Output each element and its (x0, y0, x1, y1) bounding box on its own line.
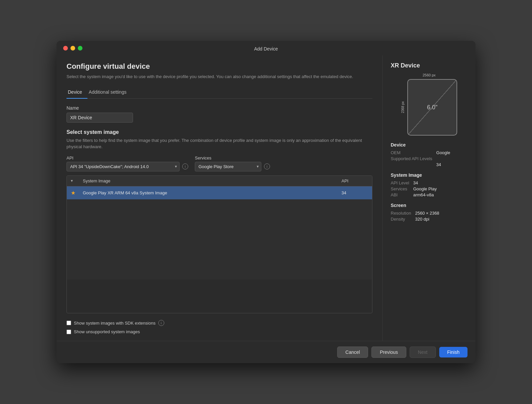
oem-label: OEM (391, 150, 432, 155)
system-image-info-grid: API Level 34 Services Google Play ABI ar… (391, 180, 467, 197)
table-sort-icon[interactable]: ▾ (71, 178, 83, 183)
preview-row: 2368 px 6.0" (401, 79, 457, 136)
api-select-wrapper: API 34 "UpsideDownCake"; Android 14.0 (66, 162, 180, 171)
services-select[interactable]: Google Play Store (195, 162, 261, 171)
cancel-button[interactable]: Cancel (337, 347, 368, 358)
select-system-image-desc: Use the filters to help find the system … (66, 137, 372, 150)
unsupported-images-row: Show unsupported system images (66, 329, 372, 334)
system-image-info-section: System Image API Level 34 Services Googl… (391, 172, 467, 197)
services-filter-group: Services Google Play Store i (195, 155, 270, 171)
left-panel: Configure virtual device Select the syst… (57, 55, 382, 341)
system-image-section-title: System Image (391, 172, 467, 178)
unsupported-images-checkbox[interactable] (66, 330, 71, 334)
minimize-button[interactable] (70, 46, 75, 50)
checkboxes: Show system images with SDK extensions i… (66, 320, 372, 334)
content-area: Configure virtual device Select the syst… (57, 55, 475, 341)
footer: Cancel Previous Next Finish (57, 341, 475, 363)
tab-device[interactable]: Device (66, 87, 87, 99)
previous-button[interactable]: Previous (371, 347, 406, 358)
col-api: API (341, 178, 368, 183)
device-section-title: Device (391, 142, 467, 148)
unsupported-images-label: Show unsupported system images (74, 329, 140, 334)
screen-section-title: Screen (391, 203, 467, 208)
services-info-icon[interactable]: i (264, 163, 270, 169)
screen-info-section: Screen Resolution 2560 × 2368 Density 32… (391, 203, 467, 222)
services-label: Services (391, 186, 409, 191)
api-level-label: API Level (391, 180, 409, 185)
services-select-wrapper: Google Play Store (195, 162, 261, 171)
tabs: Device Additional settings (66, 87, 372, 99)
sdk-extensions-info-icon[interactable]: i (158, 320, 164, 326)
abi-value: arm64-v8a (413, 192, 467, 197)
right-device-title: XR Device (391, 62, 467, 69)
resolution-label: Resolution (391, 211, 411, 216)
close-button[interactable] (63, 46, 68, 50)
row-system-image-name: Google Play XR ARM 64 v8a System Image (83, 190, 341, 195)
api-level-value: 34 (413, 180, 467, 185)
finish-button[interactable]: Finish (439, 347, 467, 357)
right-panel: XR Device 2560 px 2368 px 6.0" Device OE… (382, 55, 475, 341)
device-preview: 2560 px 2368 px 6.0" (391, 73, 467, 136)
density-value: 320 dpi (415, 217, 467, 222)
services-filter-select-wrapper: Google Play Store i (195, 162, 270, 171)
services-filter-label: Services (195, 155, 270, 160)
sdk-extensions-checkbox[interactable] (66, 321, 71, 325)
api-filter-label: API (66, 155, 188, 160)
col-system-image: System Image (83, 178, 341, 183)
star-icon: ★ (71, 190, 83, 196)
api-select[interactable]: API 34 "UpsideDownCake"; Android 14.0 (66, 162, 180, 171)
add-device-dialog: Add Device Configure virtual device Sele… (57, 41, 475, 363)
api-filter-select-wrapper: API 34 "UpsideDownCake"; Android 14.0 i (66, 162, 188, 171)
device-size-label: 6.0" (427, 104, 437, 111)
oem-value: Google (436, 150, 467, 155)
api-levels-label: Supported API Levels (391, 156, 432, 161)
density-label: Density (391, 217, 411, 222)
api-info-icon[interactable]: i (182, 163, 188, 169)
filter-row: API API 34 "UpsideDownCake"; Android 14.… (66, 155, 372, 171)
device-rect: 6.0" (407, 79, 457, 136)
row-api-level: 34 (341, 190, 368, 195)
configure-desc: Select the system image you'd like to us… (66, 73, 372, 80)
configure-title: Configure virtual device (66, 62, 372, 71)
px-side-label: 2368 px (401, 101, 405, 113)
window-title: Add Device (254, 46, 278, 51)
next-button: Next (410, 347, 436, 358)
sdk-extensions-row: Show system images with SDK extensions i (66, 320, 372, 326)
name-label: Name (66, 105, 372, 111)
services-value: Google Play (413, 186, 467, 191)
device-info-section: Device OEM Google Supported API Levels 3… (391, 142, 467, 167)
table-header: ▾ System Image API (67, 176, 372, 186)
traffic-lights (63, 46, 82, 50)
maximize-button[interactable] (78, 46, 82, 50)
screen-info-grid: Resolution 2560 × 2368 Density 320 dpi (391, 211, 467, 222)
abi-label: ABI (391, 192, 409, 197)
tab-additional-settings[interactable]: Additional settings (87, 87, 132, 99)
sdk-extensions-label: Show system images with SDK extensions (74, 321, 156, 326)
title-bar: Add Device (57, 41, 475, 55)
name-input[interactable] (66, 113, 133, 123)
select-system-image-title: Select system image (66, 129, 372, 135)
api-filter-group: API API 34 "UpsideDownCake"; Android 14.… (66, 155, 188, 171)
device-info-grid: OEM Google Supported API Levels 34 (391, 150, 467, 167)
table-body: ★ Google Play XR ARM 64 v8a System Image… (67, 186, 372, 279)
table-row[interactable]: ★ Google Play XR ARM 64 v8a System Image… (67, 186, 372, 199)
api-levels-value: 34 (436, 162, 467, 167)
system-image-table: ▾ System Image API ★ Google Play XR ARM … (66, 175, 372, 314)
px-top-label: 2560 px (423, 73, 436, 77)
resolution-value: 2560 × 2368 (415, 211, 467, 216)
